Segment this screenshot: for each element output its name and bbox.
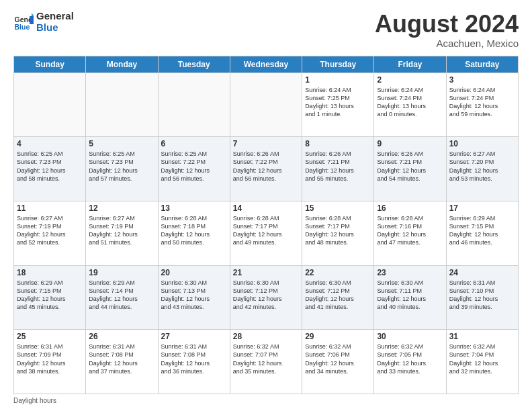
day-number: 29	[305, 332, 371, 341]
day-detail: Sunrise: 6:30 AM Sunset: 7:12 PM Dayligh…	[233, 279, 299, 312]
calendar-cell	[230, 73, 302, 137]
calendar-header-row: SundayMondayTuesdayWednesdayThursdayFrid…	[14, 56, 519, 73]
calendar-cell: 8Sunrise: 6:26 AM Sunset: 7:21 PM Daylig…	[302, 137, 374, 201]
day-detail: Sunrise: 6:28 AM Sunset: 7:17 PM Dayligh…	[305, 214, 371, 247]
day-detail: Sunrise: 6:24 AM Sunset: 7:25 PM Dayligh…	[305, 86, 371, 119]
logo-icon: General Blue	[13, 12, 34, 32]
calendar-cell: 9Sunrise: 6:26 AM Sunset: 7:21 PM Daylig…	[374, 137, 446, 201]
calendar-table: SundayMondayTuesdayWednesdayThursdayFrid…	[13, 56, 519, 394]
day-detail: Sunrise: 6:32 AM Sunset: 7:04 PM Dayligh…	[449, 342, 515, 375]
day-header-saturday: Saturday	[446, 56, 518, 73]
calendar-cell: 16Sunrise: 6:28 AM Sunset: 7:16 PM Dayli…	[374, 201, 446, 265]
calendar-cell: 20Sunrise: 6:30 AM Sunset: 7:13 PM Dayli…	[158, 265, 230, 330]
day-number: 22	[305, 268, 371, 277]
calendar-cell: 14Sunrise: 6:28 AM Sunset: 7:17 PM Dayli…	[230, 201, 302, 265]
calendar-cell: 7Sunrise: 6:26 AM Sunset: 7:22 PM Daylig…	[230, 137, 302, 201]
day-number: 27	[161, 332, 227, 341]
day-number: 31	[449, 332, 515, 341]
calendar-cell: 2Sunrise: 6:24 AM Sunset: 7:24 PM Daylig…	[374, 73, 446, 137]
day-detail: Sunrise: 6:27 AM Sunset: 7:19 PM Dayligh…	[17, 214, 83, 247]
footer-note: Daylight hours	[13, 397, 519, 404]
day-number: 14	[233, 203, 299, 213]
day-number: 8	[305, 139, 371, 148]
title-block: August 2024 Acachuen, Mexico	[375, 11, 519, 49]
day-detail: Sunrise: 6:31 AM Sunset: 7:08 PM Dayligh…	[161, 342, 227, 375]
day-number: 26	[89, 332, 154, 341]
day-detail: Sunrise: 6:31 AM Sunset: 7:10 PM Dayligh…	[449, 279, 515, 312]
day-header-tuesday: Tuesday	[158, 56, 230, 73]
day-detail: Sunrise: 6:32 AM Sunset: 7:05 PM Dayligh…	[377, 342, 443, 375]
day-detail: Sunrise: 6:29 AM Sunset: 7:14 PM Dayligh…	[89, 279, 154, 312]
calendar-cell: 12Sunrise: 6:27 AM Sunset: 7:19 PM Dayli…	[86, 201, 158, 265]
day-number: 20	[161, 268, 227, 277]
calendar-cell: 15Sunrise: 6:28 AM Sunset: 7:17 PM Dayli…	[302, 201, 374, 265]
day-detail: Sunrise: 6:24 AM Sunset: 7:24 PM Dayligh…	[449, 86, 515, 119]
day-number: 13	[161, 203, 227, 213]
calendar-cell: 13Sunrise: 6:28 AM Sunset: 7:18 PM Dayli…	[158, 201, 230, 265]
calendar-cell: 5Sunrise: 6:25 AM Sunset: 7:23 PM Daylig…	[86, 137, 158, 201]
calendar-cell: 28Sunrise: 6:32 AM Sunset: 7:07 PM Dayli…	[230, 330, 302, 394]
day-number: 11	[17, 203, 83, 213]
day-number: 23	[377, 268, 443, 277]
day-detail: Sunrise: 6:29 AM Sunset: 7:15 PM Dayligh…	[449, 214, 515, 247]
day-detail: Sunrise: 6:31 AM Sunset: 7:09 PM Dayligh…	[17, 342, 83, 375]
day-number: 4	[17, 139, 83, 148]
day-number: 30	[377, 332, 443, 341]
calendar-cell: 21Sunrise: 6:30 AM Sunset: 7:12 PM Dayli…	[230, 265, 302, 330]
day-number: 18	[17, 268, 83, 277]
calendar-cell: 22Sunrise: 6:30 AM Sunset: 7:12 PM Dayli…	[302, 265, 374, 330]
day-detail: Sunrise: 6:28 AM Sunset: 7:16 PM Dayligh…	[377, 214, 443, 247]
calendar-cell: 17Sunrise: 6:29 AM Sunset: 7:15 PM Dayli…	[446, 201, 518, 265]
day-detail: Sunrise: 6:28 AM Sunset: 7:18 PM Dayligh…	[161, 214, 227, 247]
day-number: 6	[161, 139, 227, 148]
subtitle: Acachuen, Mexico	[375, 38, 519, 49]
logo: General Blue General Blue	[13, 11, 74, 33]
calendar-cell: 31Sunrise: 6:32 AM Sunset: 7:04 PM Dayli…	[446, 330, 518, 394]
day-detail: Sunrise: 6:25 AM Sunset: 7:23 PM Dayligh…	[89, 150, 154, 183]
day-detail: Sunrise: 6:26 AM Sunset: 7:21 PM Dayligh…	[377, 150, 443, 183]
day-number: 5	[89, 139, 154, 148]
day-detail: Sunrise: 6:32 AM Sunset: 7:06 PM Dayligh…	[305, 342, 371, 375]
calendar-cell	[158, 73, 230, 137]
page: General Blue General Blue August 2024 Ac…	[0, 0, 532, 411]
calendar-cell: 4Sunrise: 6:25 AM Sunset: 7:23 PM Daylig…	[14, 137, 86, 201]
day-number: 24	[449, 268, 515, 277]
calendar-week-5: 25Sunrise: 6:31 AM Sunset: 7:09 PM Dayli…	[14, 330, 519, 394]
day-number: 15	[305, 203, 371, 213]
day-detail: Sunrise: 6:24 AM Sunset: 7:24 PM Dayligh…	[377, 86, 443, 119]
calendar-week-1: 1Sunrise: 6:24 AM Sunset: 7:25 PM Daylig…	[14, 73, 519, 137]
month-title: August 2024	[375, 11, 519, 38]
calendar-cell: 24Sunrise: 6:31 AM Sunset: 7:10 PM Dayli…	[446, 265, 518, 330]
logo-general: General	[36, 11, 74, 22]
day-header-friday: Friday	[374, 56, 446, 73]
calendar-cell: 23Sunrise: 6:30 AM Sunset: 7:11 PM Dayli…	[374, 265, 446, 330]
day-header-wednesday: Wednesday	[230, 56, 302, 73]
day-header-monday: Monday	[86, 56, 158, 73]
day-detail: Sunrise: 6:30 AM Sunset: 7:12 PM Dayligh…	[305, 279, 371, 312]
calendar-cell: 11Sunrise: 6:27 AM Sunset: 7:19 PM Dayli…	[14, 201, 86, 265]
svg-marker-2	[30, 16, 34, 24]
day-detail: Sunrise: 6:27 AM Sunset: 7:20 PM Dayligh…	[449, 150, 515, 183]
day-number: 9	[377, 139, 443, 148]
calendar-week-3: 11Sunrise: 6:27 AM Sunset: 7:19 PM Dayli…	[14, 201, 519, 265]
day-detail: Sunrise: 6:32 AM Sunset: 7:07 PM Dayligh…	[233, 342, 299, 375]
day-detail: Sunrise: 6:25 AM Sunset: 7:23 PM Dayligh…	[17, 150, 83, 183]
day-number: 25	[17, 332, 83, 341]
calendar-week-2: 4Sunrise: 6:25 AM Sunset: 7:23 PM Daylig…	[14, 137, 519, 201]
day-detail: Sunrise: 6:30 AM Sunset: 7:13 PM Dayligh…	[161, 279, 227, 312]
day-detail: Sunrise: 6:26 AM Sunset: 7:21 PM Dayligh…	[305, 150, 371, 183]
calendar-cell: 19Sunrise: 6:29 AM Sunset: 7:14 PM Dayli…	[86, 265, 158, 330]
day-detail: Sunrise: 6:30 AM Sunset: 7:11 PM Dayligh…	[377, 279, 443, 312]
calendar-cell: 30Sunrise: 6:32 AM Sunset: 7:05 PM Dayli…	[374, 330, 446, 394]
calendar-cell: 26Sunrise: 6:31 AM Sunset: 7:08 PM Dayli…	[86, 330, 158, 394]
day-detail: Sunrise: 6:28 AM Sunset: 7:17 PM Dayligh…	[233, 214, 299, 247]
day-number: 10	[449, 139, 515, 148]
day-number: 17	[449, 203, 515, 213]
day-number: 28	[233, 332, 299, 341]
calendar-cell	[86, 73, 158, 137]
day-detail: Sunrise: 6:25 AM Sunset: 7:22 PM Dayligh…	[161, 150, 227, 183]
calendar-cell	[14, 73, 86, 137]
header: General Blue General Blue August 2024 Ac…	[13, 11, 519, 49]
day-detail: Sunrise: 6:31 AM Sunset: 7:08 PM Dayligh…	[89, 342, 154, 375]
day-number: 3	[449, 75, 515, 85]
